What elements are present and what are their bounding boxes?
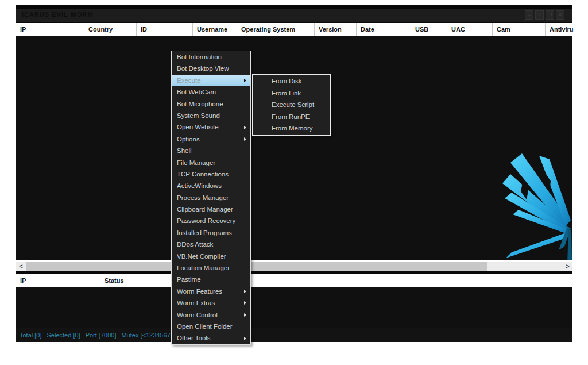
menu-item-vbnet-compiler[interactable]: VB.Net Compiler [172, 251, 250, 262]
menu-item-ddos-attack[interactable]: DDos Attack [172, 239, 250, 250]
menu-item-pastime[interactable]: Pastime [172, 274, 250, 285]
restore-button[interactable]: ❐ [546, 10, 554, 20]
menu-item-installed-programs[interactable]: Installed Programs [172, 227, 250, 239]
menu-item-execute[interactable]: Execute [172, 75, 250, 86]
menu-item-system-sound[interactable]: System Sound [172, 110, 250, 121]
menu-item-clipboard-manager[interactable]: Clipboard Manager [172, 203, 250, 215]
submenu-arrow-icon [244, 313, 246, 317]
column-header-antivirus[interactable]: Antivirus [546, 23, 574, 36]
submenu-arrow-icon [244, 137, 246, 141]
menu-item-open-website[interactable]: Open Website [172, 121, 250, 133]
submenu-arrow-icon [244, 301, 246, 305]
menu-item-password-recovery[interactable]: Password Recovery [172, 215, 250, 226]
menu-item-location-manager[interactable]: Location Manager [172, 262, 250, 274]
status-list-panel [16, 287, 572, 328]
close-button[interactable]: ✕ [556, 10, 564, 20]
title-bar: ICARUS EVIL WORM – □ ❐ ✕ [16, 9, 572, 22]
column-header-date[interactable]: Date [357, 23, 411, 36]
status-table-header: IP Status [0, 274, 574, 287]
menu-item-worm-features[interactable]: Worm Features [172, 286, 250, 297]
menu-item-worm-extras-label: Worm Extras [177, 299, 215, 306]
submenu-item-from-link[interactable]: From Link [253, 87, 330, 99]
window-controls: – □ ❐ ✕ [525, 10, 564, 20]
submenu-item-from-runpe[interactable]: From RunPE [253, 111, 330, 123]
column-header-cam[interactable]: Cam [493, 23, 546, 36]
scroll-left-arrow[interactable]: < [16, 262, 26, 271]
submenu-item-from-memory[interactable]: From Memory [253, 122, 330, 135]
status-total: Total [0] [20, 332, 42, 339]
icarus-logo [491, 147, 572, 260]
scrollbar-thumb[interactable] [26, 262, 487, 271]
menu-item-execute-label: Execute [177, 77, 201, 84]
column-header-version[interactable]: Version [315, 23, 357, 36]
menu-item-other-tools[interactable]: Other Tools [172, 332, 250, 344]
menu-item-shell[interactable]: Shell [172, 145, 250, 156]
status-bar: Total [0] Selected [0] Port [7000] Mutex… [16, 328, 572, 342]
menu-item-other-tools-label: Other Tools [177, 335, 211, 341]
submenu-item-execute-script[interactable]: Execute Script [253, 99, 330, 111]
menu-item-bot-webcam[interactable]: Bot WebCam [172, 86, 250, 98]
column-header-ip[interactable]: IP [0, 23, 84, 36]
minimize-button[interactable]: – [525, 10, 533, 20]
window-top-border [16, 5, 572, 9]
column-header-uac[interactable]: UAC [447, 23, 493, 36]
menu-item-bot-microphone[interactable]: Bot Microphone [172, 98, 250, 110]
column-header-country[interactable]: Country [84, 23, 137, 36]
scroll-right-arrow[interactable]: > [563, 262, 572, 271]
status-port: Port [7000] [86, 332, 117, 339]
submenu-arrow-icon [244, 337, 246, 340]
menu-item-options-label: Options [177, 136, 200, 143]
menu-item-process-manager[interactable]: Process Manager [172, 192, 250, 203]
horizontal-scrollbar[interactable]: < > [16, 262, 572, 271]
context-menu: Bot Information Bot Desktop View Execute… [171, 51, 251, 345]
menu-item-worm-control-label: Worm Control [177, 312, 218, 318]
menu-item-options[interactable]: Options [172, 133, 250, 145]
bot-list-panel [16, 36, 572, 260]
status-mutex: Mutex [<12345678] [121, 332, 176, 339]
menu-item-worm-control[interactable]: Worm Control [172, 309, 250, 321]
menu-item-activewindows[interactable]: ActiveWindows [172, 180, 250, 191]
submenu-arrow-icon [244, 126, 246, 129]
submenu-item-from-disk[interactable]: From Disk [253, 75, 330, 87]
menu-item-worm-extras[interactable]: Worm Extras [172, 297, 250, 309]
column-header-ip2[interactable]: IP [0, 274, 100, 287]
execute-submenu: From Disk From Link Execute Script From … [252, 74, 331, 136]
submenu-arrow-icon [244, 79, 246, 82]
column-header-usb[interactable]: USB [411, 23, 447, 36]
bot-table-header: IP Country ID Username Operating System … [0, 23, 574, 36]
menu-item-file-manager[interactable]: File Manager [172, 157, 250, 168]
menu-item-bot-desktop-view[interactable]: Bot Desktop View [172, 63, 250, 74]
menu-item-bot-information[interactable]: Bot Information [172, 51, 250, 63]
status-selected: Selected [0] [47, 332, 80, 339]
column-header-os[interactable]: Operating System [237, 23, 315, 36]
column-header-username[interactable]: Username [193, 23, 237, 36]
column-header-id[interactable]: ID [137, 23, 193, 36]
window-title: ICARUS EVIL WORM [22, 11, 94, 18]
submenu-arrow-icon [244, 290, 246, 293]
menu-item-open-client-folder[interactable]: Open Client Folder [172, 321, 250, 332]
menu-item-open-website-label: Open Website [177, 124, 219, 130]
maximize-button[interactable]: □ [535, 10, 544, 20]
menu-item-tcp-connections[interactable]: TCP Connections [172, 168, 250, 180]
menu-item-worm-features-label: Worm Features [177, 288, 222, 295]
